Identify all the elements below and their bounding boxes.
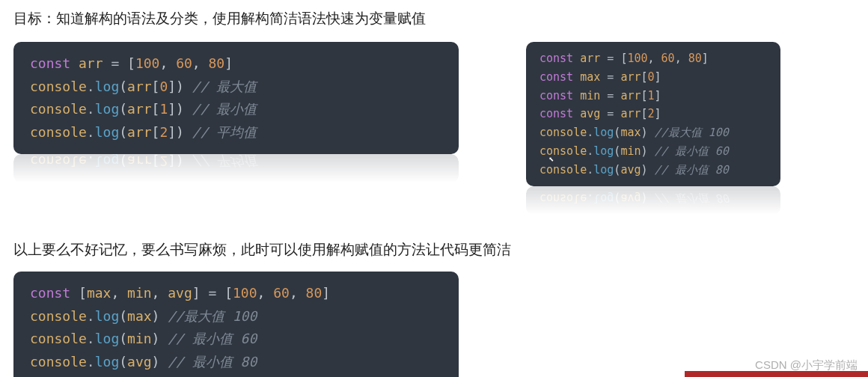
code-line: const arr = [100, 60, 80] [30,52,442,76]
paragraph-explain: 以上要么不好记忆，要么书写麻烦，此时可以使用解构赋值的方法让代码更简洁 [13,240,855,260]
code-token: console [30,331,87,346]
code-token: [ [641,107,647,120]
right-column: ⬉ const arr = [100, 60, 80]const max = a… [526,42,780,215]
code-token: log [593,144,614,158]
code-token: ( [119,154,127,169]
code-token [573,107,580,120]
code-token: . [587,144,593,158]
code-token: ) [641,144,647,158]
code-token: ] [322,285,330,301]
code-token: arr [620,89,641,102]
code-token [573,89,580,102]
code-token: max [127,308,152,324]
code-token: avg [620,163,641,177]
code-token: [ [224,285,233,301]
code-token: const [540,107,573,120]
code-token: const [540,70,573,84]
code-token: ( [614,191,620,205]
code-token: ] [702,52,709,65]
code-token: ( [119,101,127,117]
code-token: arr [79,55,103,71]
code-token: ]) [168,124,184,140]
code-token: = [607,52,614,65]
code-token: log [593,126,614,139]
code-token: avg [580,107,600,120]
code-token: ] [655,70,661,84]
code-token: = [607,89,614,102]
code-token: console [30,154,87,169]
code-token: const [540,52,573,65]
code-token: 2 [648,107,655,120]
code-token [573,70,580,84]
code-token: , [648,52,661,65]
code-token: 0 [159,79,168,94]
code-token: . [87,79,95,94]
code-token [184,101,192,117]
code-token: ) [641,191,647,205]
code-token: ] [192,285,201,301]
code-token: // 最小值 [192,101,257,117]
code-token: ] [655,89,661,102]
code-line: console.log(min) // 最小值 60 [540,142,767,161]
code-token [184,79,192,94]
code-token: ) [641,126,647,139]
code-line: console.log(min) // 最小值 60 [30,328,442,351]
code-token: . [87,354,95,370]
code-token: 2 [159,124,168,140]
code-token: = [111,55,119,71]
left-column: const arr = [100, 60, 80]console.log(arr… [13,42,459,183]
code-token: , [192,55,209,71]
code-token: 100 [233,285,257,301]
code-block-2: ⬉ const arr = [100, 60, 80]const max = a… [526,42,780,186]
code-token: arr [620,70,641,84]
code-token: , [111,285,127,301]
code-token: , [152,285,168,301]
code-line: console.log(avg) // 最小值 80 [30,351,442,374]
code-token: ]) [168,79,184,94]
code-line: console.log(max) //最大值 100 [30,305,442,328]
code-token: avg [620,191,641,205]
code-token: ]) [168,101,184,117]
code-token: arr [127,124,152,140]
heading-goal: 目标：知道解构的语法及分类，使用解构简洁语法快速为变量赋值 [13,9,855,28]
code-token: const [30,285,70,301]
code-token: arr [580,52,600,65]
code-token: // 最大值 [192,79,257,94]
code-token: log [95,101,120,117]
code-token: . [587,163,593,177]
code-token [648,144,655,158]
code-token: arr [620,107,641,120]
code-line: const arr = [100, 60, 80] [540,49,767,68]
code-token: . [87,124,95,140]
code-token: ) [152,308,160,324]
code-token: console [30,308,87,324]
code-token: , [159,55,176,71]
code-token: console [540,126,587,139]
code-token: [ [152,154,160,169]
code-token: . [87,101,95,117]
code-token [648,163,655,177]
code-line: console.log(min) // 最小值 60 [540,186,767,188]
code-token: // 平均值 [192,124,257,140]
code-token: , [257,285,274,301]
code-token: // 最小值 80 [655,163,729,177]
code-token: //最大值 100 [168,308,257,324]
code-token [600,89,607,102]
code-token: max [87,285,111,301]
code-token: ] [224,55,233,71]
code-token [216,285,224,301]
code-token [573,52,580,65]
code-token: console [540,191,587,205]
code-token [600,107,607,120]
code-token: 100 [627,52,647,65]
code-token: console [540,163,587,177]
code-token: // 最小值 60 [655,144,729,158]
code-token: arr [127,79,152,94]
code-line: console.log(max) //最大值 100 [540,123,767,142]
code-line: console.log(avg) // 最小值 80 [540,189,767,208]
code-token: 80 [209,55,225,71]
code-line: const avg = arr[2] [540,105,767,123]
bottom-column: const [max, min, avg] = [100, 60, 80]con… [13,272,459,377]
red-bar-decoration [685,371,868,377]
code-line: const min = arr[1] [540,87,767,105]
